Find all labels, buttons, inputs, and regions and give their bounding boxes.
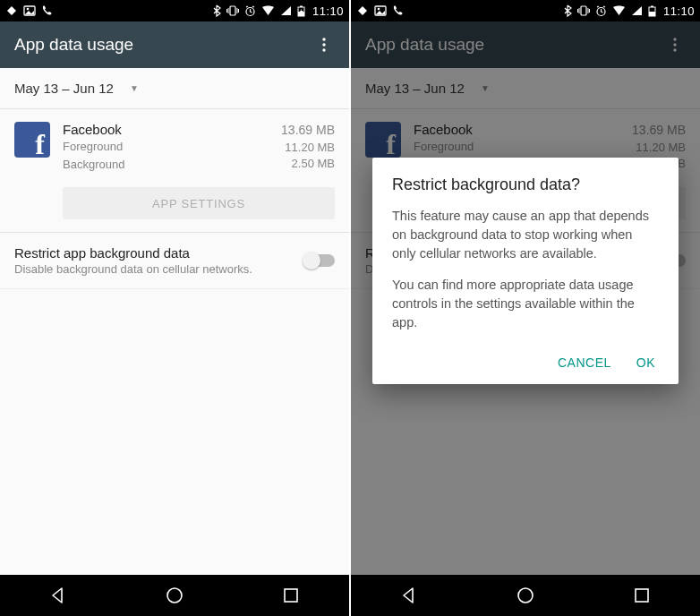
navigation-bar [351, 575, 700, 616]
status-bar: 11:10 [351, 0, 700, 21]
svg-rect-2 [230, 6, 235, 15]
svg-point-22 [518, 588, 533, 603]
battery-icon [648, 5, 656, 17]
app-bar: App data usage [0, 21, 349, 68]
page-title: App data usage [14, 35, 133, 55]
app-name: Facebook [63, 122, 281, 137]
facebook-app-icon [14, 122, 50, 158]
navigation-bar [0, 575, 349, 616]
cancel-button[interactable]: CANCEL [558, 355, 611, 370]
home-button[interactable] [514, 584, 537, 607]
alarm-icon [595, 5, 607, 17]
dialog-paragraph-1: This feature may cause an app that depen… [392, 207, 659, 263]
more-options-icon[interactable] [313, 34, 335, 56]
status-clock: 11:10 [663, 4, 695, 18]
back-button[interactable] [397, 584, 421, 607]
app-usage-section: Facebook Foreground Background 13.69 MB … [0, 109, 349, 232]
network-icon [5, 5, 18, 16]
ok-button[interactable]: OK [636, 355, 655, 370]
svg-rect-14 [581, 6, 586, 15]
bluetooth-icon [213, 4, 221, 17]
signal-icon [280, 5, 292, 16]
svg-rect-17 [651, 5, 653, 7]
dialog-paragraph-2: You can find more appropriate data usage… [392, 276, 659, 332]
restrict-subtitle: Disable background data on cellular netw… [14, 262, 304, 276]
svg-rect-5 [300, 5, 303, 7]
signal-icon [631, 5, 643, 16]
svg-point-7 [322, 38, 325, 40]
vibrate-icon [226, 5, 239, 16]
date-range-label: May 13 – Jun 12 [14, 81, 114, 96]
restrict-title: Restrict app background data [14, 245, 304, 261]
svg-point-13 [378, 8, 380, 11]
alarm-icon [244, 5, 256, 17]
svg-rect-6 [298, 12, 304, 16]
recents-button[interactable] [279, 584, 303, 607]
empty-area [0, 289, 349, 575]
dialog-body: This feature may cause an app that depen… [392, 207, 659, 332]
phone-screen-left: 11:10 App data usage May 13 – Jun 12 ▼ F… [0, 0, 349, 616]
svg-point-1 [27, 8, 30, 11]
bluetooth-icon [564, 4, 572, 17]
total-usage: 13.69 MB [281, 122, 335, 140]
foreground-label: Foreground [63, 139, 281, 155]
svg-point-9 [322, 48, 325, 51]
vibrate-icon [577, 5, 590, 16]
svg-point-8 [322, 43, 325, 46]
restrict-dialog: Restrict background data? This feature m… [372, 158, 679, 384]
background-usage: 2.50 MB [281, 156, 335, 172]
restrict-toggle[interactable] [304, 254, 335, 267]
phone-icon [41, 5, 52, 16]
home-button[interactable] [163, 584, 186, 607]
status-bar: 11:10 [0, 0, 349, 21]
app-settings-button[interactable]: APP SETTINGS [63, 187, 335, 219]
status-clock: 11:10 [312, 4, 344, 18]
wifi-icon [612, 5, 626, 16]
back-button[interactable] [47, 584, 70, 607]
picture-icon [23, 5, 36, 16]
chevron-down-icon: ▼ [130, 83, 139, 93]
network-icon [356, 5, 369, 16]
recents-button[interactable] [630, 584, 653, 607]
battery-icon [297, 5, 305, 17]
background-label: Background [63, 157, 281, 173]
svg-rect-23 [636, 589, 648, 602]
svg-rect-18 [649, 12, 655, 16]
phone-icon [392, 5, 403, 16]
svg-point-10 [167, 588, 182, 603]
foreground-usage: 11.20 MB [281, 140, 335, 156]
wifi-icon [261, 5, 275, 16]
phone-screen-right: 11:10 App data usage May 13 – Jun 12 ▼ F… [351, 0, 700, 616]
dialog-title: Restrict background data? [392, 175, 659, 194]
svg-rect-11 [285, 589, 297, 602]
restrict-background-row[interactable]: Restrict app background data Disable bac… [0, 233, 349, 289]
date-range-dropdown[interactable]: May 13 – Jun 12 ▼ [0, 68, 349, 109]
picture-icon [374, 5, 387, 16]
